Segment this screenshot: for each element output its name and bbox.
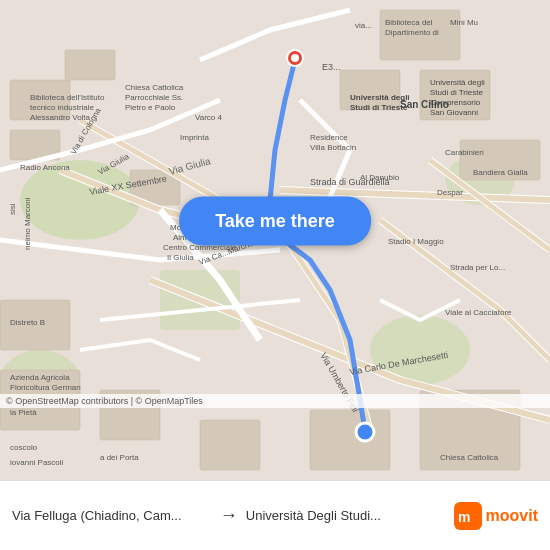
svg-text:Distreto B: Distreto B	[10, 318, 45, 327]
svg-text:Residence: Residence	[310, 133, 348, 142]
svg-text:Biblioteca del: Biblioteca del	[385, 18, 433, 27]
svg-point-74	[356, 423, 374, 441]
svg-text:m: m	[458, 509, 470, 525]
svg-point-1	[20, 160, 140, 240]
svg-text:sisi: sisi	[8, 203, 17, 215]
svg-text:Biblioteca dell'Istituto: Biblioteca dell'Istituto	[30, 93, 105, 102]
map-attribution: © OpenStreetMap contributors | © OpenMap…	[0, 394, 550, 408]
svg-text:Despar: Despar	[437, 188, 463, 197]
moovit-text: moovit	[486, 507, 538, 525]
svg-rect-19	[65, 50, 115, 80]
svg-text:coscolo: coscolo	[10, 443, 38, 452]
svg-text:a dei Porta: a dei Porta	[100, 453, 139, 462]
svg-text:Dipartimento di: Dipartimento di	[385, 28, 439, 37]
svg-text:Al Danubio: Al Danubio	[360, 173, 400, 182]
svg-text:Pietro e Paolo: Pietro e Paolo	[125, 103, 176, 112]
route-from-text: Via Felluga (Chiadino, Cam...	[12, 508, 182, 523]
svg-text:Studi di Trieste: Studi di Trieste	[430, 88, 483, 97]
moovit-logo: m moovit	[454, 502, 538, 530]
svg-text:Alessandro Volta: Alessandro Volta	[30, 113, 91, 122]
svg-text:Floricoltura German: Floricoltura German	[10, 383, 81, 392]
svg-text:Chiesa Cattolica: Chiesa Cattolica	[125, 83, 184, 92]
svg-text:via...: via...	[355, 21, 372, 30]
moovit-logo-icon: m	[454, 502, 482, 530]
svg-text:Varco 4: Varco 4	[195, 113, 223, 122]
svg-text:tecnico industriale: tecnico industriale	[30, 103, 95, 112]
svg-text:Bandiera Gialla: Bandiera Gialla	[473, 168, 528, 177]
svg-text:Parrocchiale Ss.: Parrocchiale Ss.	[125, 93, 183, 102]
map-container: Via Giulia Viale XX Settembre Strada di …	[0, 0, 550, 480]
route-to-text: Università Degli Studi...	[246, 508, 381, 523]
svg-text:E3...: E3...	[322, 62, 341, 72]
svg-text:San Giovanni: San Giovanni	[430, 108, 478, 117]
svg-text:Azienda Agricola: Azienda Agricola	[10, 373, 70, 382]
svg-text:Università degli: Università degli	[350, 93, 410, 102]
svg-rect-15	[310, 410, 390, 470]
svg-text:Stadio I Maggio: Stadio I Maggio	[388, 237, 444, 246]
svg-text:Università degli: Università degli	[430, 78, 485, 87]
svg-text:Studi di Trieste: Studi di Trieste	[350, 103, 408, 112]
svg-text:Villa Bottacin: Villa Bottacin	[310, 143, 356, 152]
svg-text:Carabinieri: Carabinieri	[445, 148, 484, 157]
svg-text:Mini Mu: Mini Mu	[450, 18, 478, 27]
svg-text:nelmo Marconi: nelmo Marconi	[23, 197, 32, 250]
svg-text:Viale al Cacciatore: Viale al Cacciatore	[445, 308, 512, 317]
svg-point-73	[291, 54, 299, 62]
bottom-bar: Via Felluga (Chiadino, Cam... → Universi…	[0, 480, 550, 550]
svg-text:Comprensorio: Comprensorio	[430, 98, 481, 107]
svg-text:la Pietà: la Pietà	[10, 408, 37, 417]
arrow-separator: →	[212, 505, 246, 526]
svg-text:Radio Ancona: Radio Ancona	[20, 163, 70, 172]
route-to: Università Degli Studi...	[246, 508, 446, 523]
svg-text:Imprinta: Imprinta	[180, 133, 209, 142]
svg-rect-17	[200, 420, 260, 470]
route-from: Via Felluga (Chiadino, Cam...	[12, 508, 212, 523]
svg-text:Strada per Lo...: Strada per Lo...	[450, 263, 505, 272]
svg-text:iovanni Pascoli: iovanni Pascoli	[10, 458, 64, 467]
svg-text:Il Giulia: Il Giulia	[167, 253, 194, 262]
svg-text:Chiesa Cattolica: Chiesa Cattolica	[440, 453, 499, 462]
take-me-there-button[interactable]: Take me there	[179, 196, 371, 245]
